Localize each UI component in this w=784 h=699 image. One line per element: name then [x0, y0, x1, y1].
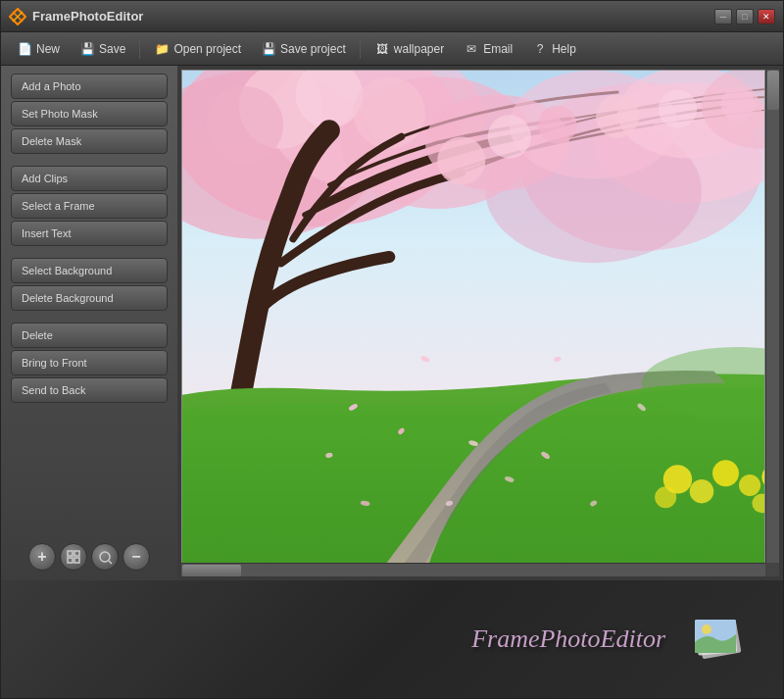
title-bar-left: FramePhotoEditor	[9, 8, 143, 25]
spacer-1	[11, 156, 168, 164]
svg-point-33	[712, 460, 739, 486]
svg-point-32	[690, 479, 714, 504]
svg-point-20	[353, 76, 425, 149]
help-icon: ?	[532, 42, 548, 56]
svg-point-27	[538, 106, 576, 144]
set-photo-mask-button[interactable]: Set Photo Mask	[11, 101, 168, 126]
svg-point-37	[655, 486, 676, 508]
email-icon: ✉	[464, 42, 479, 56]
zoom-fit-button[interactable]	[91, 543, 119, 571]
svg-point-30	[721, 87, 755, 121]
title-bar: FramePhotoEditor ─ □ ✕	[1, 1, 783, 32]
menu-save[interactable]: 💾 Save	[72, 38, 133, 60]
title-text: FramePhotoEditor	[32, 9, 143, 24]
svg-point-34	[739, 474, 760, 496]
svg-rect-3	[68, 551, 73, 556]
painting	[182, 71, 764, 575]
menu-wallpaper[interactable]: 🖼 wallpaper	[367, 38, 452, 60]
svg-point-7	[100, 552, 110, 562]
title-bar-controls: ─ □ ✕	[714, 9, 775, 25]
main-content: Add a Photo Set Photo Mask Delete Mask A…	[1, 66, 783, 580]
svg-point-28	[596, 95, 639, 138]
left-panel: Add a Photo Set Photo Mask Delete Mask A…	[1, 66, 177, 580]
select-frame-button[interactable]: Select a Frame	[11, 193, 168, 219]
minimize-button[interactable]: ─	[714, 9, 732, 25]
spacer-2	[11, 248, 168, 256]
zoom-in-button[interactable]: +	[28, 543, 56, 571]
canvas-frame	[181, 70, 765, 576]
open-project-icon: 📁	[154, 42, 170, 56]
new-icon: 📄	[17, 42, 32, 56]
bring-to-front-button[interactable]: Bring to Front	[11, 350, 168, 375]
menu-help[interactable]: ? Help	[524, 38, 584, 60]
menu-sep-2	[360, 39, 361, 59]
menu-save-project[interactable]: 💾 Save project	[253, 38, 354, 60]
svg-point-29	[659, 90, 697, 128]
svg-point-26	[488, 115, 531, 158]
svg-rect-4	[74, 551, 79, 556]
scrollbar-vertical[interactable]	[765, 70, 779, 563]
menu-sep-1	[139, 39, 140, 59]
add-photo-button[interactable]: Add a Photo	[11, 74, 168, 99]
save-project-icon: 💾	[261, 42, 276, 56]
zoom-controls: + −	[28, 543, 150, 571]
svg-rect-6	[74, 558, 79, 563]
scrollbar-corner	[765, 563, 779, 576]
app-window: FramePhotoEditor ─ □ ✕ 📄 New 💾 Save 📁 Op…	[0, 0, 784, 699]
scrollbar-horizontal[interactable]	[181, 563, 765, 576]
fit-view-button[interactable]	[60, 543, 87, 571]
svg-rect-5	[68, 558, 73, 563]
add-clips-button[interactable]: Add Clips	[11, 166, 168, 191]
menu-new[interactable]: 📄 New	[9, 38, 68, 60]
close-button[interactable]: ✕	[758, 9, 775, 25]
svg-point-19	[207, 86, 283, 163]
app-icon	[9, 8, 26, 25]
branding-text: FramePhotoEditor	[471, 624, 665, 654]
scrollbar-v-thumb[interactable]	[767, 71, 779, 110]
save-icon: 💾	[79, 42, 95, 56]
delete-mask-button[interactable]: Delete Mask	[11, 128, 168, 154]
zoom-out-button[interactable]: −	[122, 543, 150, 571]
maximize-button[interactable]: □	[736, 9, 754, 25]
canvas-area	[177, 66, 783, 580]
insert-text-button[interactable]: Insert Text	[11, 221, 168, 246]
svg-point-25	[437, 136, 485, 184]
scrollbar-h-thumb[interactable]	[182, 565, 241, 576]
send-to-back-button[interactable]: Send to Back	[11, 377, 168, 403]
delete-background-button[interactable]: Delete Background	[11, 285, 168, 311]
svg-point-56	[702, 624, 711, 634]
svg-line-8	[109, 561, 112, 564]
select-background-button[interactable]: Select Background	[11, 258, 168, 283]
bottom-area: FramePhotoEditor	[1, 580, 783, 698]
menu-email[interactable]: ✉ Email	[456, 38, 520, 60]
spacer-3	[11, 313, 168, 321]
canvas-viewport	[181, 70, 779, 576]
delete-button[interactable]: Delete	[11, 323, 168, 348]
branding-icon	[685, 605, 754, 674]
wallpaper-icon: 🖼	[374, 42, 390, 56]
menu-bar: 📄 New 💾 Save 📁 Open project 💾 Save proje…	[1, 32, 783, 66]
menu-open-project[interactable]: 📁 Open project	[146, 38, 249, 60]
